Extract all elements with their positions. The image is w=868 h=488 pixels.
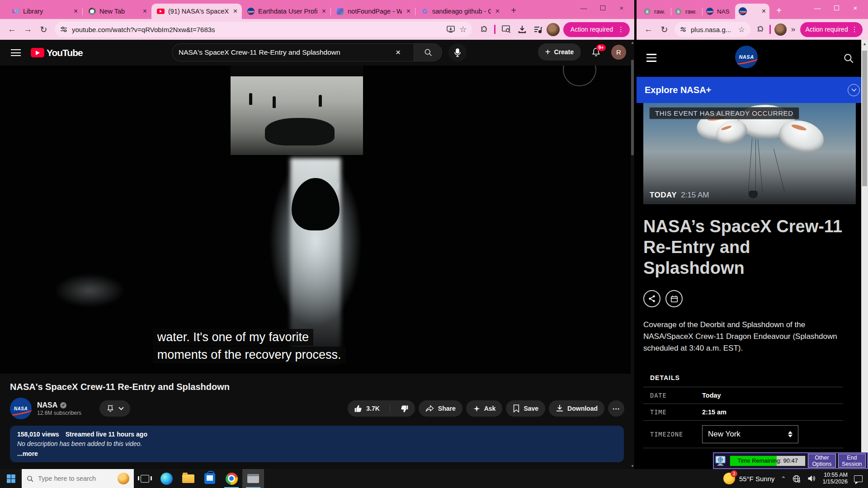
close-tab-icon[interactable]: × [495, 7, 500, 15]
youtube-search-input[interactable] [172, 43, 414, 61]
start-button[interactable] [0, 469, 22, 488]
scroll-down-icon[interactable]: ▼ [631, 464, 634, 468]
taskbar-file-explorer-button[interactable] [177, 469, 199, 488]
close-tab-icon[interactable]: × [142, 7, 148, 15]
scroll-up-icon[interactable]: ▲ [631, 41, 634, 45]
left-page-scrollbar[interactable]: ▲ ▼ [631, 40, 634, 469]
timezone-select[interactable]: New York [702, 425, 798, 443]
tab-earthdata[interactable]: NASA Earthdata User Profile × [242, 4, 330, 19]
dislike-button[interactable] [394, 400, 415, 417]
browser-menu-icon[interactable]: ⋮ [618, 25, 624, 33]
show-more-link[interactable]: ...more [17, 450, 617, 457]
taskbar-store-button[interactable] [199, 469, 221, 488]
close-window-button[interactable]: × [618, 4, 625, 12]
other-options-button[interactable]: Other Options [808, 454, 835, 468]
more-actions-button[interactable]: ⋯ [608, 400, 624, 417]
minimize-button[interactable]: — [580, 4, 587, 12]
tab-raw-2[interactable]: s raw. [671, 4, 702, 19]
voice-search-icon[interactable] [448, 43, 467, 61]
close-tab-icon[interactable]: × [321, 7, 327, 15]
nasa-menu-icon[interactable] [646, 54, 656, 62]
bookmark-star-icon[interactable]: ☆ [738, 25, 745, 34]
install-app-icon[interactable] [447, 26, 455, 33]
tray-expand-icon[interactable]: ⌃ [781, 475, 786, 482]
tab-new-tab[interactable]: New Tab × [83, 4, 151, 19]
tab-search-icon[interactable] [499, 22, 514, 37]
ask-button[interactable]: Ask [466, 400, 503, 417]
close-tab-icon[interactable]: × [406, 7, 411, 15]
close-tab-icon[interactable]: × [232, 7, 238, 15]
task-view-button[interactable] [134, 469, 156, 488]
taskbar-clock[interactable]: 10:55 AM 1/15/2026 [822, 472, 848, 485]
clear-search-icon[interactable]: × [396, 47, 401, 57]
close-tab-icon[interactable]: × [73, 7, 79, 15]
collapse-chevron-icon[interactable] [848, 84, 860, 96]
add-to-calendar-button[interactable] [665, 290, 683, 307]
search-highlight-icon[interactable] [118, 473, 129, 484]
media-controls-icon[interactable] [531, 22, 546, 37]
tab-nasa-plus-active[interactable]: NASA × [735, 4, 769, 19]
extensions-icon[interactable] [753, 22, 766, 37]
download-button[interactable]: Download [549, 400, 604, 417]
action-required-button[interactable]: Action required ⋮ [563, 22, 630, 37]
like-button[interactable]: 3.7K [348, 400, 386, 417]
notifications-bell-icon[interactable]: 9+ [591, 47, 601, 57]
youtube-search-button[interactable] [414, 43, 442, 61]
tab-youtube-active[interactable]: (91) NASA's SpaceX Cre × [151, 4, 242, 19]
end-session-button[interactable]: End Session [838, 454, 866, 468]
url-text[interactable]: plus.nasa.g... [691, 26, 734, 33]
maximize-button[interactable] [599, 4, 606, 12]
address-bar[interactable]: youtube.com/watch?v=qRVobIm2Nxw&t=7683s … [55, 22, 472, 37]
youtube-profile-avatar[interactable]: R [611, 45, 626, 60]
channel-name[interactable]: NASA [37, 401, 57, 409]
downloads-icon[interactable] [515, 22, 530, 37]
new-tab-button[interactable]: + [507, 4, 520, 17]
url-text[interactable]: youtube.com/watch?v=qRVobIm2Nxw&t=7683s [72, 26, 442, 33]
reload-button[interactable]: ↻ [36, 22, 51, 37]
youtube-logo[interactable]: YouTube [31, 47, 83, 58]
taskbar-chrome-button[interactable] [221, 469, 242, 488]
action-center-icon[interactable] [854, 475, 863, 482]
address-bar[interactable]: plus.nasa.g... ☆ [675, 22, 750, 37]
scrollbar-thumb[interactable] [631, 60, 634, 155]
close-window-button[interactable]: × [852, 4, 859, 12]
share-button[interactable]: Share [419, 400, 462, 417]
right-page-scrollbar[interactable]: ▲ [861, 40, 868, 469]
create-button[interactable]: + Create [538, 43, 581, 61]
video-player[interactable]: water. It's one of my favorite moments o… [0, 66, 631, 374]
nasa-search-icon[interactable] [843, 52, 854, 64]
close-tab-icon[interactable]: × [761, 7, 767, 15]
description-box[interactable]: 158,010 views Streamed live 11 hours ago… [10, 426, 624, 462]
taskbar-edge-button[interactable] [156, 469, 177, 488]
browser-profile-avatar[interactable] [547, 23, 560, 36]
taskbar-search-input[interactable] [38, 475, 110, 482]
tab-library[interactable]: LB Library × [6, 4, 82, 19]
new-tab-button[interactable]: + [772, 4, 786, 17]
channel-avatar[interactable]: NASA [10, 398, 32, 419]
subscribed-bell-button[interactable] [99, 400, 130, 417]
taskbar-weather-button[interactable]: 3 55°F Sunny [723, 473, 775, 484]
forward-button[interactable]: → [20, 22, 35, 37]
overflow-chevrons-icon[interactable]: » [788, 22, 799, 37]
back-button[interactable]: ← [641, 22, 656, 37]
volume-icon[interactable] [807, 474, 816, 483]
maximize-button[interactable] [833, 4, 840, 12]
back-button[interactable]: ← [5, 22, 19, 37]
taskbar-search-box[interactable] [22, 469, 134, 488]
save-button[interactable]: Save [506, 400, 545, 417]
bookmark-star-icon[interactable]: ☆ [459, 24, 467, 34]
site-controls-icon[interactable] [60, 26, 67, 33]
reload-button[interactable]: ↻ [657, 22, 672, 37]
nasa-logo[interactable]: NASA [735, 46, 758, 68]
site-controls-icon[interactable] [680, 26, 686, 33]
tab-nasa-inactive[interactable]: NASA NAS [703, 4, 735, 19]
browser-profile-avatar[interactable] [774, 23, 787, 36]
extensions-icon[interactable] [476, 22, 491, 37]
network-globe-icon[interactable] [792, 474, 801, 483]
minimize-button[interactable]: — [814, 4, 821, 12]
action-required-button[interactable]: Action required ⋮ [800, 22, 863, 37]
browser-menu-icon[interactable]: ⋮ [851, 25, 858, 33]
tab-google-search[interactable]: G sandieago github - Go × [415, 4, 504, 19]
youtube-menu-icon[interactable] [11, 49, 21, 56]
tab-webex[interactable]: notFoundPage - WebEx × [331, 4, 415, 19]
